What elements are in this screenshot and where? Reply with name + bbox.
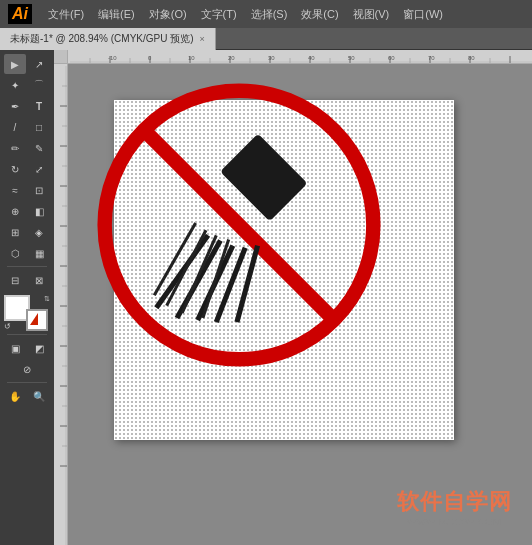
paintbrush-tool[interactable]: ✏: [4, 138, 26, 158]
menu-file[interactable]: 文件(F): [42, 5, 90, 24]
scale-tool[interactable]: ⤢: [28, 159, 50, 179]
tool-group-line: / □: [4, 117, 50, 137]
svg-text:30: 30: [268, 55, 275, 61]
ruler-horizontal: -10 0 10 20 30 40 50 60 70 80: [54, 50, 532, 64]
pen-tool[interactable]: ✒: [4, 96, 26, 116]
watermark: 软件自学网 WWW.RJZXW.COM: [397, 487, 512, 527]
svg-text:80: 80: [468, 55, 475, 61]
magic-wand-tool[interactable]: ✦: [4, 75, 26, 95]
menu-effect[interactable]: 效果(C): [295, 5, 344, 24]
tool-group-shape-builder: ⊕ ◧: [4, 201, 50, 221]
menu-edit[interactable]: 编辑(E): [92, 5, 141, 24]
svg-text:50: 50: [348, 55, 355, 61]
shape-builder-tool[interactable]: ⊕: [4, 201, 26, 221]
svg-text:0: 0: [148, 55, 152, 61]
tool-divider-2: [7, 334, 47, 335]
color-selector: ⇅ ↺: [4, 295, 50, 331]
app-logo: Ai: [8, 4, 32, 24]
free-transform-tool[interactable]: ⊡: [28, 180, 50, 200]
ruler-corner: [54, 50, 68, 64]
svg-rect-56: [220, 134, 308, 222]
svg-text:40: 40: [308, 55, 315, 61]
direct-selection-tool[interactable]: ↗: [28, 54, 50, 74]
artwork-svg: [84, 70, 394, 380]
tool-group-screen: ✋ 🔍: [4, 386, 50, 406]
warp-tool[interactable]: ≈: [4, 180, 26, 200]
menu-window[interactable]: 窗口(W): [397, 5, 449, 24]
tool-group-rotate: ↻ ⤢: [4, 159, 50, 179]
type-tool[interactable]: T: [28, 96, 50, 116]
gradient-tool[interactable]: ◧: [28, 201, 50, 221]
line-tool[interactable]: /: [4, 117, 26, 137]
tool-group-blend: ⬡ ▦: [4, 243, 50, 263]
reset-colors-button[interactable]: ↺: [4, 322, 11, 331]
swap-colors-button[interactable]: ⇅: [44, 295, 50, 303]
tool-group-brush: ✏ ✎: [4, 138, 50, 158]
mesh-tool[interactable]: ⊞: [4, 222, 26, 242]
svg-text:70: 70: [428, 55, 435, 61]
slice-tool[interactable]: ⊠: [28, 270, 50, 290]
watermark-sub-text: WWW.RJZXW.COM: [397, 517, 512, 527]
color-mode-button[interactable]: ▣: [4, 338, 26, 358]
zoom-tool[interactable]: 🔍: [28, 386, 50, 406]
svg-text:20: 20: [228, 55, 235, 61]
eyedropper-tool[interactable]: ◈: [28, 222, 50, 242]
toolbar: ▶ ↗ ✦ ⌒ ✒ T / □ ✏ ✎ ↻ ⤢ ≈ ⊡ ⊕ ◧: [0, 50, 54, 545]
lasso-tool[interactable]: ⌒: [28, 75, 50, 95]
svg-text:10: 10: [188, 55, 195, 61]
pencil-tool[interactable]: ✎: [28, 138, 50, 158]
tool-group-color-mode: ▣ ◩: [4, 338, 50, 358]
tool-divider-1: [7, 266, 47, 267]
menu-select[interactable]: 选择(S): [245, 5, 294, 24]
tool-group-selection: ▶ ↗: [4, 54, 50, 74]
rotate-tool[interactable]: ↻: [4, 159, 26, 179]
hand-tool[interactable]: ✋: [4, 386, 26, 406]
rect-tool[interactable]: □: [28, 117, 50, 137]
menu-type[interactable]: 文字(T): [195, 5, 243, 24]
tool-group-magic: ✦ ⌒: [4, 75, 50, 95]
menu-view[interactable]: 视图(V): [347, 5, 396, 24]
artboard-tool[interactable]: ⊟: [4, 270, 26, 290]
svg-text:60: 60: [388, 55, 395, 61]
tool-group-warp: ≈ ⊡: [4, 180, 50, 200]
tool-group-pen: ✒ T: [4, 96, 50, 116]
ruler-vertical: [54, 50, 68, 545]
background-color[interactable]: [26, 309, 48, 331]
canvas-area[interactable]: -10 0 10 20 30 40 50 60 70 80: [54, 50, 532, 545]
tab-close-button[interactable]: ×: [200, 34, 205, 44]
main-layout: ▶ ↗ ✦ ⌒ ✒ T / □ ✏ ✎ ↻ ⤢ ≈ ⊡ ⊕ ◧: [0, 50, 532, 545]
tab-label: 未标题-1* @ 208.94% (CMYK/GPU 预览): [10, 32, 194, 46]
tool-group-mesh: ⊞ ◈: [4, 222, 50, 242]
menu-bar: 文件(F) 编辑(E) 对象(O) 文字(T) 选择(S) 效果(C) 视图(V…: [42, 5, 449, 24]
gradient-mode-button[interactable]: ◩: [28, 338, 50, 358]
selection-tool[interactable]: ▶: [4, 54, 26, 74]
none-mode-button[interactable]: ⊘: [4, 359, 50, 379]
svg-text:-10: -10: [108, 55, 117, 61]
menu-object[interactable]: 对象(O): [143, 5, 193, 24]
graph-tool[interactable]: ▦: [28, 243, 50, 263]
tool-group-artboard: ⊟ ⊠: [4, 270, 50, 290]
watermark-main-text: 软件自学网: [397, 487, 512, 517]
blend-tool[interactable]: ⬡: [4, 243, 26, 263]
tool-divider-3: [7, 382, 47, 383]
title-bar: Ai 文件(F) 编辑(E) 对象(O) 文字(T) 选择(S) 效果(C) 视…: [0, 0, 532, 28]
document-tab[interactable]: 未标题-1* @ 208.94% (CMYK/GPU 预览) ×: [0, 28, 216, 50]
tab-bar: 未标题-1* @ 208.94% (CMYK/GPU 预览) ×: [0, 28, 532, 50]
